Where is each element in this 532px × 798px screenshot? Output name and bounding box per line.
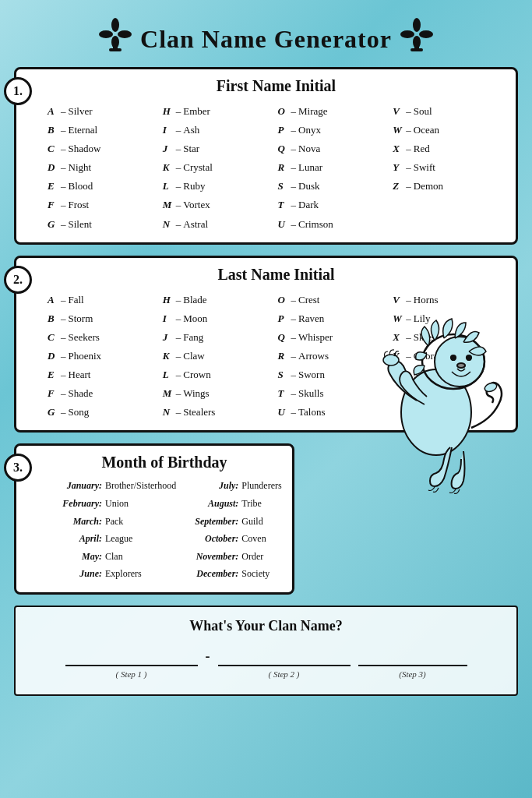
list-item: M – Vortex [163,196,275,214]
section1: 1. First Name Initial A – SilverH – Embe… [14,67,518,245]
entry-key: N [163,216,174,233]
list-item: K – Claw [163,348,275,365]
section3-grid: January: Brother/SisterhoodJuly: Plunder… [48,478,281,583]
entry-key: Y [393,159,403,176]
step3-label: (Step 3) [399,669,426,679]
month-value: Clan [105,549,123,566]
list-item: M – Wings [163,385,275,402]
dash-separator: - [206,648,210,665]
step1-line [65,665,198,666]
entry-key: F [48,196,58,214]
entry-key: C [48,140,58,157]
entry-value: Astral [183,216,208,233]
entry-value: Crimson [298,216,333,233]
month-name: August: [184,496,238,513]
list-item: July: Plunderers [184,478,281,495]
entry-key: K [163,159,174,176]
entry-key: U [278,216,289,233]
svg-point-2 [118,30,132,38]
list-item: S – Dusk [278,178,390,195]
entry-value: Phoenix [69,348,102,365]
entry-key: H [163,291,174,309]
svg-rect-11 [410,48,423,51]
entry-key: P [278,122,289,139]
entry-key: T [278,385,289,402]
entry-value: Shadow [69,140,101,157]
entry-value: Whisper [298,329,333,346]
step2-field: ( Step 2 ) [218,665,351,679]
entry-value: Demon [414,178,443,195]
entry-key: K [163,348,174,365]
entry-value: Shade [69,385,93,402]
month-name: December: [184,566,238,583]
list-item [393,196,505,214]
list-item: K – Crystal [163,159,275,176]
bottom-title: What's Your Clan Name? [31,618,501,634]
entry-key: E [48,178,58,195]
list-item: August: Tribe [184,496,281,513]
entry-value: Seekers [69,329,100,346]
entry-value: Sworn [298,366,325,383]
list-item: June: Explorers [48,566,176,583]
entry-key: D [48,159,58,176]
list-item: P – Onyx [278,122,390,139]
month-value: Plunderers [241,478,281,495]
list-item: T – Dark [278,196,390,214]
bottom-section: What's Your Clan Name? ( Step 1 ) - ( St… [14,606,518,696]
list-item: April: League [48,531,176,548]
list-item: C – Shadow [48,140,160,157]
list-item: A – Silver [48,103,160,120]
list-item: E – Heart [48,366,160,383]
month-value: Order [241,549,263,566]
svg-point-0 [111,18,119,32]
section1-title: First Name Initial [48,77,505,95]
svg-point-15 [451,355,456,360]
entry-value: Ocean [414,122,439,139]
section3-title: Month of Birthday [48,454,281,471]
svg-point-8 [419,30,433,38]
section1-grid: A – SilverH – EmberO – MirageV – SoulB –… [48,103,505,233]
list-item: G – Song [48,404,160,421]
list-item: I – Moon [163,310,275,327]
entry-key: L [163,366,174,383]
entry-key: J [163,329,174,346]
list-item: U – Crimson [278,216,390,233]
list-item: September: Guild [184,514,281,531]
entry-value: Red [414,140,430,157]
list-item: October: Coven [184,531,281,548]
list-item: F – Frost [48,196,160,214]
month-value: Pack [105,514,123,531]
entry-key: Z [393,178,403,195]
list-item: January: Brother/Sisterhood [48,478,176,495]
month-name: September: [184,514,238,531]
entry-value: Moon [183,310,207,327]
list-item: E – Blood [48,178,160,195]
month-value: Explorers [105,566,142,583]
fleur-left-icon [98,17,132,61]
list-item: February: Union [48,496,176,513]
entry-value: Eternal [69,122,98,139]
month-name: February: [48,496,102,513]
entry-value: Storm [69,310,93,327]
month-name: March: [48,514,102,531]
entry-value: Lunar [298,159,322,176]
list-item: V – Soul [393,103,505,120]
entry-value: Claw [183,348,204,365]
entry-value: Heart [69,366,91,383]
entry-value: Talons [298,404,325,421]
entry-value: Swift [414,159,435,176]
svg-point-16 [467,355,471,360]
svg-point-6 [413,18,421,32]
list-item: F – Shade [48,385,160,402]
entry-key: R [278,159,289,176]
fleur-right-icon [400,17,434,61]
entry-value: Ash [183,122,199,139]
entry-key: S [278,178,289,195]
entry-value: Song [69,404,90,421]
entry-key: G [48,404,58,421]
list-item: December: Society [184,566,281,583]
entry-key: O [278,103,289,120]
list-item: I – Ash [163,122,275,139]
entry-key: D [48,348,58,365]
list-item: November: Order [184,549,281,566]
